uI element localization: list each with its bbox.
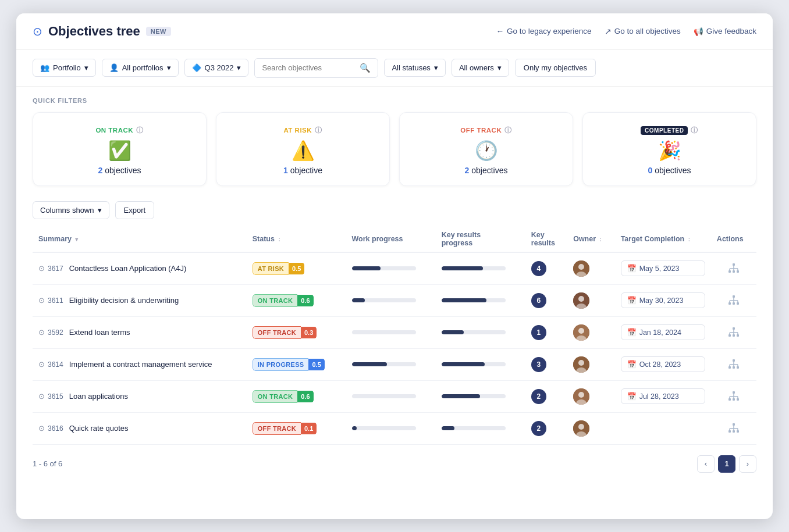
- completed-info-icon[interactable]: ⓘ: [691, 126, 698, 135]
- export-button[interactable]: Export: [115, 201, 155, 219]
- next-page-button[interactable]: ›: [739, 455, 756, 473]
- obj-name-cell[interactable]: Implement a contract management service: [63, 348, 247, 380]
- owners-dropdown[interactable]: All owners ▾: [452, 59, 509, 77]
- table-row: ⊙ 3617 Contactless Loan Application (A4J…: [33, 252, 756, 285]
- hierarchy-action-icon[interactable]: [717, 423, 751, 434]
- obj-name-cell[interactable]: Extend loan terms: [63, 316, 247, 348]
- hierarchy-action-icon[interactable]: [717, 391, 751, 402]
- svg-rect-6: [737, 270, 739, 273]
- actions-cell[interactable]: [711, 284, 756, 316]
- only-my-button[interactable]: Only my objectives: [515, 59, 596, 77]
- feedback-link[interactable]: 📢 Give feedback: [694, 27, 756, 36]
- table-wrap: Summary ▾ Status : Work progress Key res…: [16, 226, 773, 445]
- obj-name-cell[interactable]: Loan applications: [63, 380, 247, 412]
- svg-rect-18: [737, 302, 739, 305]
- filter-card-off-track[interactable]: OFF TRACK ⓘ 🕐 2 objectives: [399, 112, 573, 186]
- calendar-icon: 🔷: [192, 63, 201, 72]
- svg-rect-52: [728, 398, 731, 401]
- status-badge: ON TRACK 0.6: [253, 294, 314, 307]
- work-progress-cell: [346, 412, 436, 444]
- status-badge: ON TRACK 0.6: [253, 390, 314, 403]
- filter-card-on-track[interactable]: ON TRACK ⓘ ✅ 2 objectives: [33, 112, 207, 186]
- obj-icon: ⊙: [38, 424, 45, 433]
- portfolio-icon: 👥: [40, 63, 49, 72]
- obj-name-cell[interactable]: Quick rate quotes: [63, 412, 247, 444]
- obj-name-cell[interactable]: Eligibility decision & underwriting: [63, 284, 247, 316]
- obj-status-cell: ON TRACK 0.6: [247, 380, 346, 412]
- status-badge: OFF TRACK 0.3: [253, 326, 317, 339]
- page-1-button[interactable]: 1: [718, 455, 735, 473]
- owner-cell: [567, 412, 614, 444]
- on-track-icon: ✅: [108, 141, 132, 160]
- all-portfolios-dropdown[interactable]: 👤 All portfolios ▾: [102, 59, 179, 77]
- status-badge: IN PROGRESS 0.5: [253, 358, 325, 371]
- status-badge: AT RISK 0.5: [253, 262, 305, 275]
- svg-rect-63: [733, 423, 735, 426]
- actions-cell[interactable]: [711, 380, 756, 412]
- legacy-link[interactable]: ← Go to legacy experience: [496, 27, 592, 35]
- svg-rect-42: [737, 366, 739, 369]
- portfolio-dropdown[interactable]: 👥 Portfolio ▾: [33, 59, 96, 77]
- work-progress-cell: [346, 252, 436, 285]
- svg-rect-15: [733, 295, 735, 298]
- search-box: 🔍: [254, 58, 378, 78]
- actions-cell[interactable]: [711, 252, 756, 285]
- actions-cell[interactable]: [711, 316, 756, 348]
- owner-cell: [567, 252, 614, 285]
- table-body: ⊙ 3617 Contactless Loan Application (A4J…: [33, 252, 756, 445]
- off-track-info-icon[interactable]: ⓘ: [504, 126, 512, 135]
- target-completion-cell: [615, 412, 711, 444]
- obj-icon: ⊙: [38, 328, 45, 337]
- search-input[interactable]: [262, 63, 355, 72]
- kr-progress-cell: [436, 284, 525, 316]
- off-track-count: 2: [465, 166, 470, 175]
- avatar: [573, 356, 589, 373]
- chevron-down-icon-6: ▾: [98, 206, 102, 215]
- at-risk-info-icon[interactable]: ⓘ: [315, 126, 322, 135]
- off-track-icon: 🕐: [475, 141, 498, 160]
- table-row: ⊙ 3614 Implement a contract management s…: [33, 348, 756, 380]
- obj-status-cell: OFF TRACK 0.3: [247, 316, 346, 348]
- hierarchy-action-icon[interactable]: [717, 263, 751, 274]
- avatar: [573, 420, 589, 437]
- col-summary[interactable]: Summary ▾: [33, 226, 247, 252]
- col-status[interactable]: Status :: [247, 226, 346, 252]
- prev-page-button[interactable]: ‹: [697, 455, 715, 473]
- col-owner[interactable]: Owner :: [567, 226, 614, 252]
- target-completion-cell: 📅May 30, 2023: [615, 284, 711, 316]
- actions-cell[interactable]: [711, 348, 756, 380]
- target-completion-cell: 📅Oct 28, 2023: [615, 348, 711, 380]
- col-actions: Actions: [711, 226, 756, 252]
- page-title: Objectives tree: [48, 24, 140, 39]
- quarter-dropdown[interactable]: 🔷 Q3 2022 ▾: [184, 59, 249, 77]
- chevron-down-icon: ▾: [84, 63, 88, 72]
- filter-cards: ON TRACK ⓘ ✅ 2 objectives AT RISK ⓘ ⚠️ 1: [33, 112, 756, 186]
- all-objectives-link[interactable]: ↗ Go to all objectives: [605, 27, 681, 36]
- target-completion-cell: 📅May 5, 2023: [615, 252, 711, 285]
- at-risk-icon: ⚠️: [292, 141, 315, 160]
- actions-cell[interactable]: [711, 412, 756, 444]
- statuses-dropdown[interactable]: All statuses ▾: [384, 59, 445, 77]
- svg-rect-4: [728, 270, 731, 273]
- avatar: [573, 388, 589, 405]
- hierarchy-action-icon[interactable]: [717, 327, 751, 338]
- table-controls: Columns shown ▾ Export: [16, 201, 773, 226]
- filter-card-completed[interactable]: COMPLETED ⓘ 🎉 0 objectives: [582, 112, 756, 186]
- hierarchy-action-icon[interactable]: [717, 359, 751, 370]
- obj-id-cell: ⊙ 3611: [33, 284, 63, 316]
- svg-rect-66: [737, 430, 739, 433]
- hierarchy-action-icon[interactable]: [717, 295, 751, 306]
- columns-shown-button[interactable]: Columns shown ▾: [33, 201, 109, 219]
- chevron-down-icon-4: ▾: [434, 63, 438, 72]
- svg-rect-54: [737, 398, 739, 401]
- obj-status-cell: IN PROGRESS 0.5: [247, 348, 346, 380]
- obj-name-cell[interactable]: Contactless Loan Application (A4J): [63, 252, 247, 285]
- obj-icon: ⊙: [38, 360, 45, 369]
- chevron-down-icon-3: ▾: [237, 63, 241, 72]
- app-window: ⊙ Objectives tree NEW ← Go to legacy exp…: [16, 13, 773, 519]
- filter-card-at-risk[interactable]: AT RISK ⓘ ⚠️ 1 objective: [216, 112, 390, 186]
- obj-id-cell: ⊙ 3592: [33, 316, 63, 348]
- table-header: Summary ▾ Status : Work progress Key res…: [33, 226, 756, 252]
- on-track-info-icon[interactable]: ⓘ: [136, 126, 144, 135]
- col-target-completion[interactable]: Target Completion :: [615, 226, 711, 252]
